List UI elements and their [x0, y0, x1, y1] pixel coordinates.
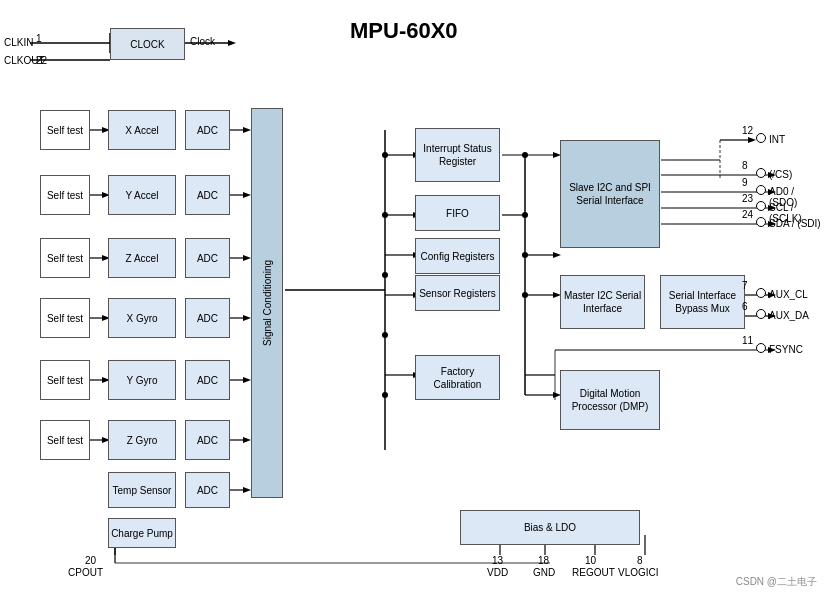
self-test-5: Self test — [40, 360, 90, 400]
svg-marker-9 — [243, 127, 251, 133]
watermark: CSDN @二土电子 — [736, 575, 817, 589]
adc-5: ADC — [185, 360, 230, 400]
dmp-block: Digital Motion Processor (DMP) — [560, 370, 660, 430]
cs-pin-circle — [756, 168, 766, 178]
self-test-2: Self test — [40, 175, 90, 215]
svg-point-54 — [522, 212, 528, 218]
svg-marker-13 — [243, 192, 251, 198]
diagram: MPU-60X0 — [0, 0, 825, 593]
int-pin-number: 12 — [742, 125, 753, 136]
clkin-label: CLKIN — [4, 37, 33, 48]
fsync-pin-circle — [756, 343, 766, 353]
sda-pin-label: SDA / (SDI) — [769, 218, 821, 229]
aux-cl-pin-label: AUX_CL — [769, 289, 808, 300]
svg-marker-64 — [748, 137, 756, 143]
svg-marker-31 — [243, 487, 251, 493]
svg-point-55 — [522, 252, 528, 258]
x-gyro-block: X Gyro — [108, 298, 176, 338]
diagram-title: MPU-60X0 — [350, 18, 458, 44]
adc-3: ADC — [185, 238, 230, 278]
adc-1: ADC — [185, 110, 230, 150]
svg-marker-21 — [243, 315, 251, 321]
svg-marker-58 — [553, 252, 561, 258]
adc-7: ADC — [185, 472, 230, 508]
clock-block: CLOCK — [110, 28, 185, 60]
config-registers-block: Config Registers — [415, 238, 500, 274]
vlogic-pin-label: VLOGICI — [618, 567, 659, 578]
gnd-pin-label: GND — [533, 567, 555, 578]
temp-sensor-block: Temp Sensor — [108, 472, 176, 508]
ad0-pin-number: 9 — [742, 177, 748, 188]
svg-point-35 — [382, 212, 388, 218]
x-accel-block: X Accel — [108, 110, 176, 150]
sda-pin-circle — [756, 217, 766, 227]
sensor-registers-block: Sensor Registers — [415, 275, 500, 311]
svg-marker-25 — [243, 377, 251, 383]
clock-output-label: Clock — [190, 36, 215, 47]
regout-pin-number: 10 — [585, 555, 596, 566]
charge-pump-block: Charge Pump — [108, 518, 176, 548]
scl-pin-number: 23 — [742, 193, 753, 204]
cs-pin-label: (/CS) — [769, 169, 792, 180]
self-test-1: Self test — [40, 110, 90, 150]
fsync-pin-number: 11 — [742, 335, 753, 346]
clkin-pin: 1 — [36, 33, 42, 44]
int-pin-circle — [756, 133, 766, 143]
cpout-pin-label: CPOUT — [68, 567, 103, 578]
gnd-pin-number: 18 — [538, 555, 549, 566]
adc-2: ADC — [185, 175, 230, 215]
self-test-3: Self test — [40, 238, 90, 278]
regout-pin-label: REGOUT — [572, 567, 615, 578]
vdd-pin-number: 13 — [492, 555, 503, 566]
ad0-pin-circle — [756, 185, 766, 195]
y-gyro-block: Y Gyro — [108, 360, 176, 400]
svg-marker-29 — [243, 437, 251, 443]
sda-pin-number: 24 — [742, 209, 753, 220]
int-pin-label: INT — [769, 134, 785, 145]
slave-i2c-block: Slave I2C and SPI Serial Interface — [560, 140, 660, 248]
scl-pin-circle — [756, 201, 766, 211]
svg-point-36 — [382, 272, 388, 278]
serial-bypass-block: Serial Interface Bypass Mux — [660, 275, 745, 329]
aux-cl-pin-circle — [756, 288, 766, 298]
svg-marker-4 — [228, 40, 236, 46]
z-gyro-block: Z Gyro — [108, 420, 176, 460]
clkout-pin: 22 — [36, 55, 47, 66]
y-accel-block: Y Accel — [108, 175, 176, 215]
fsync-pin-label: FSYNC — [769, 344, 803, 355]
aux-da-pin-circle — [756, 309, 766, 319]
self-test-4: Self test — [40, 298, 90, 338]
svg-point-34 — [382, 152, 388, 158]
signal-conditioning-block: Signal Conditioning — [251, 108, 283, 498]
z-accel-block: Z Accel — [108, 238, 176, 278]
svg-point-53 — [522, 152, 528, 158]
interrupt-status-block: Interrupt Status Register — [415, 128, 500, 182]
fifo-block: FIFO — [415, 195, 500, 231]
svg-point-37 — [382, 332, 388, 338]
adc-6: ADC — [185, 420, 230, 460]
master-i2c-block: Master I2C Serial Interface — [560, 275, 645, 329]
vdd-pin-label: VDD — [487, 567, 508, 578]
svg-marker-17 — [243, 255, 251, 261]
adc-4: ADC — [185, 298, 230, 338]
aux-cl-pin-number: 7 — [742, 280, 748, 291]
cs-pin-number: 8 — [742, 160, 748, 171]
factory-calibration-block: Factory Calibration — [415, 355, 500, 400]
self-test-6: Self test — [40, 420, 90, 460]
svg-point-56 — [522, 292, 528, 298]
svg-point-38 — [382, 392, 388, 398]
cpout-pin-number: 20 — [85, 555, 96, 566]
bias-ldo-block: Bias & LDO — [460, 510, 640, 545]
aux-da-pin-number: 6 — [742, 301, 748, 312]
vlogic-pin-number: 8 — [637, 555, 643, 566]
aux-da-pin-label: AUX_DA — [769, 310, 809, 321]
